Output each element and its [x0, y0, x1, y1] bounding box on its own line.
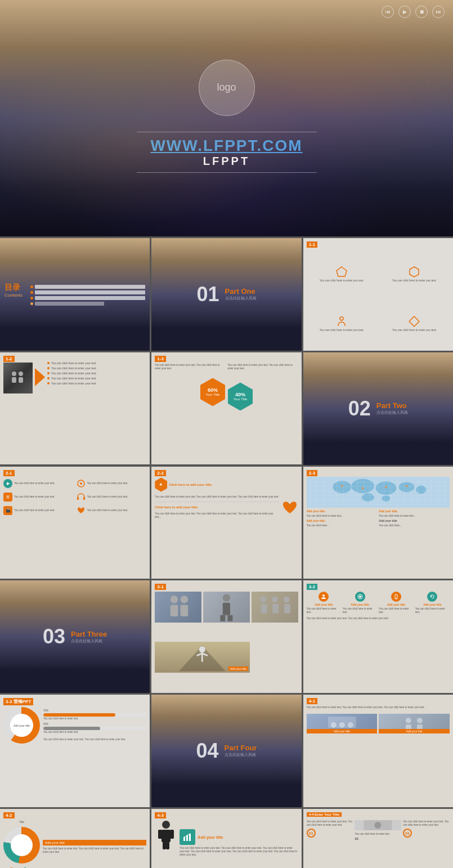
svg-rect-36: [284, 604, 290, 614]
hero-slide: ⏮ ▶ ⏹ ⏭ logo WWW.LFPPT.COM LFPPT: [0, 0, 453, 236]
icon-text-2: You can click here to enter text.: [343, 607, 377, 614]
slide-3-1-inner: 3-1: [151, 580, 301, 693]
ctrl-prev[interactable]: ⏮: [382, 6, 394, 18]
slide-3-2[interactable]: 3-2 Add your title You can click here to…: [303, 580, 453, 693]
svg-point-2: [340, 317, 343, 320]
svg-rect-7: [19, 377, 23, 383]
film-icon: 🎬: [3, 506, 12, 515]
hex-label-1: Your Title: [206, 393, 220, 396]
s22-content: ✦ Click here to add your title. You can …: [155, 478, 298, 520]
svg-point-32: [272, 597, 278, 603]
col2-image-icon: [355, 820, 401, 830]
s11-grid: You can click here to enter you text. Yo…: [307, 250, 450, 347]
refresh-circle-icon: [427, 592, 437, 602]
slide-2-2[interactable]: 2-2 ✦ Click here to add your title. You …: [151, 467, 301, 579]
slide-4-1[interactable]: 4-1 You can click here to enter text. Yo…: [303, 695, 453, 807]
svg-point-12: [333, 481, 351, 493]
slide-contents[interactable]: 目录 Contents: [0, 238, 150, 351]
s22-title1-row: ✦ Click here to add your title.: [155, 478, 212, 492]
ctrl-next[interactable]: ⏭: [432, 6, 445, 18]
s44-col-3: You can click here to enter your text. Y…: [403, 820, 450, 840]
bar-text-2: You can click here to enter text.: [43, 731, 146, 734]
s21-col1: ▶ You can click here to enter your text.…: [3, 479, 74, 515]
svg-point-13: [351, 478, 374, 493]
s44-col2-text: You can click here to enter text.: [355, 833, 401, 836]
s42-donut-wrap: Title 57% 43% Title: [3, 820, 40, 868]
donut-hole: Add your title: [10, 714, 33, 737]
bar-item-2: 55% You can click here to enter text.: [43, 723, 146, 734]
s41-label-1: Add your title: [307, 729, 378, 733]
s11-item-4: You can click here to enter you text.: [379, 316, 450, 332]
s11-item-2: You can click here to enter you text.: [379, 266, 450, 282]
photo-3: [252, 592, 298, 623]
big-donut-chart: Add your title: [3, 707, 40, 744]
part-three-number: 03: [43, 625, 65, 648]
s21-row4: You can click here to enter your text.: [77, 479, 147, 488]
ctrl-stop[interactable]: ⏹: [415, 6, 428, 18]
chart-icon: [183, 833, 192, 842]
s12-bullets: You can click here to enter your text. Y…: [47, 361, 147, 387]
slide-3-3[interactable]: 3-3 雷锋PPT Add your title 70%: [0, 695, 150, 807]
s13-right-text: You can click here to enter your text. Y…: [227, 364, 298, 370]
slide-part-three[interactable]: 03 Part Three 点击此处输入风格: [0, 580, 150, 693]
donut-center-text: Add your title: [14, 724, 30, 727]
contents-title: 目录: [5, 283, 23, 293]
gear-circle-icon: [355, 592, 365, 602]
hex-pct-2: 40%: [235, 392, 245, 397]
s23-t1: Add your title.: [307, 509, 378, 513]
icon-title-3: Add your title: [387, 603, 405, 606]
part-three-label: Part Three: [71, 630, 107, 638]
part-one-label: Part One: [225, 287, 257, 296]
s13-text-grid: You can click here to enter your text. Y…: [155, 364, 298, 370]
people-group-icon: [10, 369, 26, 386]
s23-b1: You can click here to enter text...: [307, 514, 378, 518]
person-icon: [336, 316, 347, 327]
slide-3-1[interactable]: 3-1: [151, 580, 301, 693]
slide-2-1[interactable]: 2-1 ▶ You can click here to enter your t…: [0, 467, 150, 579]
svg-point-14: [375, 481, 396, 495]
part-one-sub: 点击此处输入风格: [225, 296, 257, 301]
svg-marker-1: [410, 267, 419, 277]
s21-row2: ⊞ You can click here to enter your text.: [3, 493, 74, 502]
svg-marker-0: [337, 267, 347, 276]
slide-1-3[interactable]: 1-3 You can click here to enter your tex…: [151, 352, 301, 465]
svg-point-43: [359, 596, 361, 598]
s23-b3: You can click here...: [307, 524, 378, 527]
icon-text-3: You can click here to enter text.: [379, 607, 413, 614]
ctrl-play[interactable]: ▶: [398, 6, 411, 18]
s42-right-text: You can click here to enter text. You ca…: [43, 847, 146, 854]
slide-part-two[interactable]: 02 Part Two 点击此处输入风格: [303, 352, 453, 465]
svg-point-17: [361, 493, 374, 502]
svg-point-25: [181, 596, 189, 603]
tag-2-1: 2-1: [3, 470, 15, 476]
slide-part-four[interactable]: 04 Part Four 点击此处输入风格: [151, 695, 301, 807]
contents-subtitle: Contents: [5, 293, 23, 298]
slide-4-3-inner: 4-3: [151, 809, 301, 868]
slide-4-4[interactable]: 4-4 Enter Your Title You can click here …: [303, 809, 453, 868]
s41-photo-2: Add your title: [379, 714, 450, 733]
slide-4-2[interactable]: 4-2 Title 57% 43%: [0, 809, 150, 868]
bar-track-1: [43, 713, 146, 717]
tag-3-1: 3-1: [155, 584, 166, 590]
tag-1-2: 1-2: [3, 356, 15, 362]
s22-body2: You can click here to enter your text. Y…: [155, 512, 279, 519]
slide-1-2[interactable]: 1-2 You can click here to enter your tex…: [0, 352, 150, 465]
s44-col2-img: [355, 820, 401, 830]
icon-text-4: You can click here to enter text.: [415, 607, 450, 614]
slide-1-1-inner: 1-1 You can click here to enter you text…: [303, 238, 453, 351]
s42-title-label: Title: [19, 820, 24, 824]
svg-point-42: [322, 594, 325, 597]
svg-rect-64: [189, 834, 191, 841]
icon-col-2: Add your title You can click here to ent…: [343, 592, 377, 614]
slide-1-1[interactable]: 1-1 You can click here to enter you text…: [303, 238, 453, 351]
s44-col-2: You can click here to enter text. 02: [355, 820, 401, 840]
s21-grid: ▶ You can click here to enter your text.…: [3, 479, 146, 515]
hero-controls: ⏮ ▶ ⏹ ⏭: [382, 6, 445, 18]
slide-2-3[interactable]: 2-3 Add your tit: [303, 467, 453, 579]
s44-grid: You can click here to enter your text. Y…: [307, 820, 450, 840]
part-four-sub: 点击此处输入风格: [225, 752, 257, 758]
slide-4-3[interactable]: 4-3: [151, 809, 301, 868]
slide-2-3-inner: 2-3 Add your tit: [303, 467, 453, 579]
slide-part-one[interactable]: 01 Part One 点击此处输入风格: [151, 238, 301, 351]
hex-40: 40% Your Title: [228, 382, 253, 410]
